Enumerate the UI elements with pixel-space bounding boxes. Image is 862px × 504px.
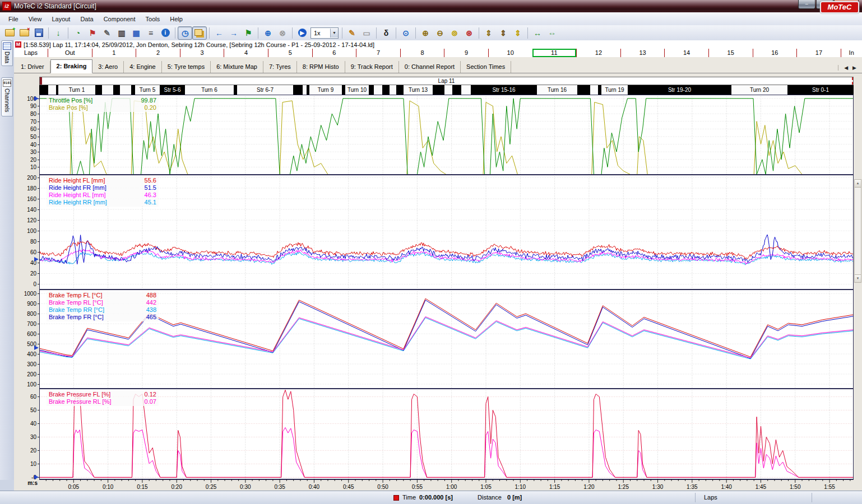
- zoom-out-button[interactable]: ⊖: [433, 26, 447, 40]
- maths-editor-button[interactable]: ▦: [129, 26, 143, 40]
- plot-ride-height[interactable]: [39, 175, 854, 290]
- legend-row: Brake Temp RL [°C]442: [49, 299, 156, 306]
- tab-1-driver[interactable]: 1: Driver: [15, 61, 50, 73]
- next-lap-button[interactable]: →: [226, 26, 241, 40]
- legend-channel-label: Ride Height RR [mm]: [49, 199, 128, 206]
- menu-layout[interactable]: Layout: [47, 14, 75, 24]
- link-zoom-icon: ⇔: [548, 29, 556, 37]
- overlay-laps-toggle-button[interactable]: [192, 26, 207, 40]
- tab-scroll-right[interactable]: ▶: [850, 65, 859, 71]
- tab-5-tyre-temps[interactable]: 5: Tyre temps: [162, 61, 211, 73]
- status-bar: Time 0:00.000 [s] Distance 0 [m] Laps: [0, 491, 862, 504]
- lap-cell-15[interactable]: 15: [708, 49, 753, 57]
- plot-brake-temp[interactable]: [39, 290, 854, 389]
- zoom-box-button[interactable]: ⊙: [398, 26, 413, 40]
- legend-channel-label: Ride Height RL [mm]: [49, 192, 128, 199]
- legend-channel-label: Ride Height FR [mm]: [49, 184, 128, 192]
- section-turn-20: Turn 20: [731, 85, 787, 95]
- channel-report-button[interactable]: ≡: [143, 26, 158, 40]
- tab-section-times[interactable]: Section Times: [461, 61, 511, 73]
- playback-button[interactable]: ▶: [295, 26, 309, 40]
- video-window-button[interactable]: ▥: [114, 26, 129, 40]
- lap-cell-1[interactable]: 1: [92, 49, 136, 57]
- lap-cell-7[interactable]: 7: [356, 49, 400, 57]
- tab-0-channel-report[interactable]: 0: Channel Report: [399, 61, 461, 73]
- menu-component[interactable]: Component: [99, 14, 141, 24]
- tab-7-tyres[interactable]: 7: Tyres: [263, 61, 297, 73]
- lap-cell-13[interactable]: 13: [620, 49, 665, 57]
- lap-cell-17[interactable]: 17: [796, 49, 841, 57]
- zoom-in-icon: ⊕: [422, 29, 429, 37]
- y-axis-tick-label: 60: [15, 394, 36, 400]
- lap-cell-8[interactable]: 8: [400, 49, 444, 57]
- variance-icon: δ: [384, 29, 389, 37]
- time-distance-toggle-button[interactable]: ◷: [178, 26, 192, 40]
- tab-2-braking[interactable]: 2: Braking: [50, 59, 93, 73]
- svg-text:1:25: 1:25: [618, 484, 629, 490]
- lap-cell-4[interactable]: 4: [224, 49, 268, 57]
- zoom-out-vertical-button[interactable]: ⇕: [496, 26, 511, 40]
- expand-time-gaps-button[interactable]: ↔: [530, 26, 545, 40]
- zoom-default-vertical-button[interactable]: ⇕: [511, 26, 525, 40]
- tab-6-mixture-map[interactable]: 6: Mixture Map: [211, 61, 263, 73]
- lap-cell-16[interactable]: 16: [753, 49, 797, 57]
- link-zoom-button[interactable]: ⇔: [545, 26, 559, 40]
- get-logged-data-button[interactable]: ↓: [51, 26, 66, 40]
- y-axis-tick-label: 160: [15, 196, 36, 202]
- lap-cell-12[interactable]: 12: [576, 49, 620, 57]
- section-gap: [382, 85, 390, 95]
- zoom-full-button[interactable]: ⊛: [462, 26, 476, 40]
- lap-cell-11[interactable]: 11: [532, 49, 577, 57]
- lap-cell-9[interactable]: 9: [444, 49, 488, 57]
- gauge-display-button[interactable]: ◔: [71, 26, 85, 40]
- svg-text:1:15: 1:15: [549, 484, 560, 490]
- tab-3-aero[interactable]: 3: Aero: [92, 61, 124, 73]
- prev-lap-button[interactable]: ←: [212, 26, 226, 40]
- save-workspace-button[interactable]: [31, 26, 46, 40]
- plot-throttle-brake[interactable]: [39, 95, 854, 175]
- lap-cell-out[interactable]: Out: [48, 49, 92, 57]
- tab-scroll-left[interactable]: ◀: [842, 65, 850, 71]
- menu-data[interactable]: Data: [75, 14, 98, 24]
- worksheet-properties-button[interactable]: ✎: [345, 26, 359, 40]
- menu-view[interactable]: View: [24, 14, 47, 24]
- tab-8-rpm-histo[interactable]: 8: RPM Histo: [297, 61, 345, 73]
- side-strip: Data 0101 Channels: [0, 40, 14, 480]
- zoom-to-lap-button[interactable]: ⊕: [261, 26, 275, 40]
- side-tab-channels[interactable]: 0101 Channels: [1, 77, 13, 116]
- lap-cell-6[interactable]: 6: [312, 49, 356, 57]
- tab-4-engine[interactable]: 4: Engine: [124, 61, 161, 73]
- variance-button[interactable]: δ: [379, 26, 393, 40]
- menu-tools[interactable]: Tools: [141, 14, 165, 24]
- track-editor-button[interactable]: ⚑: [85, 26, 100, 40]
- side-tab-data[interactable]: Data: [1, 40, 13, 66]
- zoom-revert-button[interactable]: ⊗: [275, 26, 290, 40]
- lap-cell-3[interactable]: 3: [180, 49, 224, 57]
- lap-marker-button[interactable]: ⚑: [241, 26, 256, 40]
- lap-cell-10[interactable]: 10: [488, 49, 532, 57]
- zoom-in-vertical-button[interactable]: ⇕: [481, 26, 496, 40]
- menu-help[interactable]: Help: [165, 14, 188, 24]
- zoom-in-button[interactable]: ⊕: [418, 26, 433, 40]
- tab-9-track-report[interactable]: 9: Track Report: [345, 61, 399, 73]
- plot-brake-pressure[interactable]: [39, 389, 854, 479]
- details-info-button[interactable]: i: [158, 26, 173, 40]
- lap-cell-5[interactable]: 5: [268, 49, 312, 57]
- lap-cell-in[interactable]: In: [841, 49, 862, 57]
- section-str-0-1: Str 0-1: [787, 85, 854, 95]
- open-project-button[interactable]: +: [2, 26, 17, 40]
- details-info-icon: i: [161, 29, 170, 37]
- y-axis-tick-label: 50: [15, 407, 36, 413]
- minimize-button[interactable]: −: [798, 0, 815, 9]
- component-properties-button[interactable]: ▭: [359, 26, 374, 40]
- y-axis-tick-label: 50: [15, 134, 36, 140]
- lap-cell-2[interactable]: 2: [136, 49, 180, 57]
- svg-text:0:50: 0:50: [377, 484, 388, 490]
- close-project-button[interactable]: ×: [17, 26, 31, 40]
- menu-file[interactable]: File: [3, 14, 24, 24]
- cursor-value-arrow: [34, 346, 39, 350]
- lap-cell-14[interactable]: 14: [664, 49, 708, 57]
- zoom-default-button[interactable]: ⊚: [447, 26, 462, 40]
- edit-details-button[interactable]: ✎: [100, 26, 114, 40]
- playback-speed-select[interactable]: 1x▼: [310, 27, 339, 39]
